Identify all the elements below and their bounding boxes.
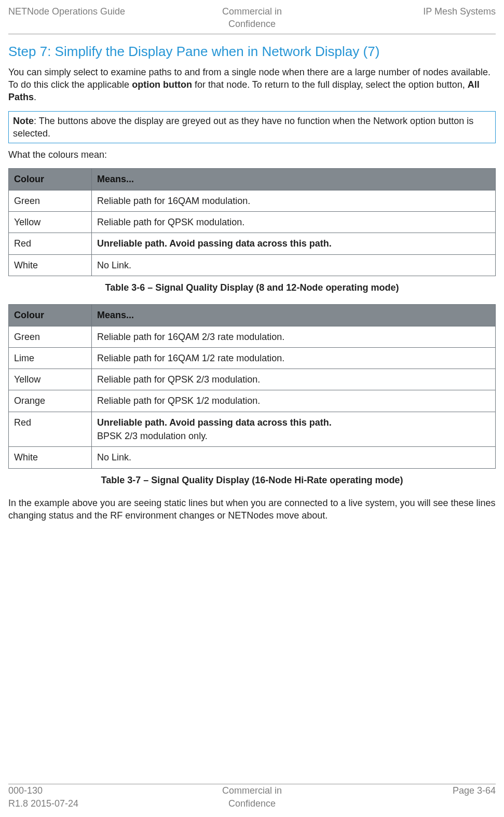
cell-means: Reliable path for QPSK modulation. — [92, 212, 496, 233]
caption-1: Table 3-6 – Signal Quality Display (8 an… — [8, 281, 496, 294]
table-2: Colour Means... Green Reliable path for … — [8, 304, 496, 468]
header-rule — [8, 34, 496, 34]
cell-means: No Link. — [92, 254, 496, 276]
table-row: Green Reliable path for 16QAM 2/3 rate m… — [9, 326, 496, 347]
footer-left: 000-130 R1.8 2015-07-24 — [8, 784, 171, 810]
footer-left-bot: R1.8 2015-07-24 — [8, 797, 171, 810]
cell-means: Reliable path for 16QAM 1/2 rate modulat… — [92, 347, 496, 369]
footer-right: Page 3-64 — [333, 784, 496, 797]
footer-center-top: Commercial in — [171, 784, 333, 797]
cell-means-sub: BPSK 2/3 modulation only. — [97, 430, 490, 442]
closing-paragraph: In the example above you are seeing stat… — [8, 497, 496, 522]
cell-means: No Link. — [92, 447, 496, 468]
header-center-bot: Confidence — [171, 18, 333, 30]
cell-means: Reliable path for 16QAM modulation. — [92, 190, 496, 211]
table-row: Red Unreliable path. Avoid passing data … — [9, 233, 496, 254]
cell-means: Reliable path for QPSK 2/3 modulation. — [92, 369, 496, 390]
table-row: Red Unreliable path. Avoid passing data … — [9, 412, 496, 447]
cell-colour: Yellow — [9, 212, 92, 233]
content: Step 7: Simplify the Display Pane when i… — [8, 43, 496, 775]
intro-paragraph: You can simply select to examine paths t… — [8, 66, 496, 104]
cell-colour: Lime — [9, 347, 92, 369]
page-header: NETNode Operations Guide Commercial in C… — [8, 5, 496, 31]
cell-means: Unreliable path. Avoid passing data acro… — [92, 233, 496, 254]
header-center: Commercial in Confidence — [171, 5, 333, 31]
table-row: Green Reliable path for 16QAM modulation… — [9, 190, 496, 211]
page: NETNode Operations Guide Commercial in C… — [0, 0, 504, 817]
intro-part3: . — [34, 92, 36, 102]
note-label: Note — [13, 116, 34, 126]
header-left: NETNode Operations Guide — [8, 5, 171, 18]
step-title: Step 7: Simplify the Display Pane when i… — [8, 43, 496, 61]
table-row: White No Link. — [9, 447, 496, 468]
what-colours: What the colours mean: — [8, 148, 496, 161]
table-header-colour: Colour — [9, 169, 92, 190]
cell-colour: Red — [9, 412, 92, 447]
footer-left-top: 000-130 — [8, 784, 171, 797]
table-header-means: Means... — [92, 305, 496, 326]
cell-colour: Green — [9, 326, 92, 347]
table-row: Orange Reliable path for QPSK 1/2 modula… — [9, 390, 496, 412]
cell-colour: White — [9, 254, 92, 276]
note-text: : The buttons above the display are grey… — [13, 116, 473, 139]
table-row: White No Link. — [9, 254, 496, 276]
table-row: Lime Reliable path for 16QAM 1/2 rate mo… — [9, 347, 496, 369]
footer-wrap: 000-130 R1.8 2015-07-24 Commercial in Co… — [8, 781, 496, 810]
table-row: Yellow Reliable path for QPSK 2/3 modula… — [9, 369, 496, 390]
intro-bold1: option button — [132, 79, 192, 90]
cell-colour: Green — [9, 190, 92, 211]
header-right: IP Mesh Systems — [333, 5, 496, 18]
table-header-means: Means... — [92, 169, 496, 190]
page-footer: 000-130 R1.8 2015-07-24 Commercial in Co… — [8, 784, 496, 810]
cell-colour: Yellow — [9, 369, 92, 390]
cell-means-bold: Unreliable path. Avoid passing data acro… — [97, 417, 332, 428]
cell-colour: Red — [9, 233, 92, 254]
table-row: Colour Means... — [9, 305, 496, 326]
caption-2: Table 3-7 – Signal Quality Display (16-N… — [8, 474, 496, 486]
table-1: Colour Means... Green Reliable path for … — [8, 168, 496, 276]
footer-center: Commercial in Confidence — [171, 784, 333, 810]
header-center-top: Commercial in — [171, 5, 333, 18]
intro-part2: for that node. To return to the full dis… — [192, 79, 468, 90]
note-box: Note: The buttons above the display are … — [8, 111, 496, 144]
cell-means: Unreliable path. Avoid passing data acro… — [92, 412, 496, 447]
table-row: Colour Means... — [9, 169, 496, 190]
cell-means: Reliable path for QPSK 1/2 modulation. — [92, 390, 496, 412]
table-header-colour: Colour — [9, 305, 92, 326]
cell-colour: Orange — [9, 390, 92, 412]
cell-means: Reliable path for 16QAM 2/3 rate modulat… — [92, 326, 496, 347]
table-row: Yellow Reliable path for QPSK modulation… — [9, 212, 496, 233]
footer-center-bot: Confidence — [171, 797, 333, 810]
cell-colour: White — [9, 447, 92, 468]
